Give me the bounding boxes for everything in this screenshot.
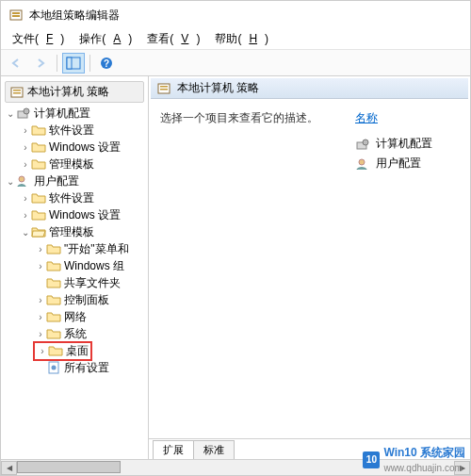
detail-pane: 本地计算机 策略 选择一个项目来查看它的描述。 名称 计算机配置 用户配置 扩展…: [149, 76, 470, 459]
svg-rect-8: [13, 90, 21, 91]
label: 所有设置: [64, 360, 109, 376]
detail-title: 本地计算机 策略: [177, 80, 259, 96]
folder-icon: [46, 327, 61, 340]
folder-open-icon: [31, 225, 46, 238]
label: 软件设置: [49, 190, 94, 206]
svg-rect-2: [12, 15, 20, 17]
svg-point-12: [19, 176, 24, 182]
titlebar: 本地组策略编辑器: [1, 1, 470, 29]
scroll-left-button[interactable]: ◀: [1, 461, 17, 475]
highlight-annotation: › 桌面: [33, 341, 92, 361]
tab-standard[interactable]: 标准: [193, 440, 235, 459]
back-button[interactable]: [5, 53, 27, 74]
tree-comp-admin[interactable]: › 管理模板: [1, 156, 148, 172]
tree-root[interactable]: 本地计算机 策略: [5, 81, 144, 103]
svg-rect-4: [67, 57, 72, 69]
expand-icon[interactable]: ›: [20, 142, 31, 153]
svg-rect-17: [160, 89, 168, 90]
folder-icon: [46, 276, 61, 289]
watermark: 10 Win10 系统家园 www.qdhuajin.com: [363, 445, 465, 474]
tree-user-software[interactable]: › 软件设置: [1, 189, 148, 206]
watermark-url: www.qdhuajin.com: [383, 463, 462, 473]
label: 软件设置: [49, 123, 94, 139]
menu-view[interactable]: 查看(V): [139, 29, 207, 49]
tree-pane[interactable]: 本地计算机 策略 ⌄ 计算机配置 › 软件设置 › Windows 设置 › 管…: [1, 76, 149, 459]
detail-body: 选择一个项目来查看它的描述。 名称 计算机配置 用户配置: [149, 101, 470, 438]
folder-icon: [31, 140, 46, 154]
label: Windows 设置: [49, 207, 121, 223]
folder-icon: [31, 123, 46, 137]
scroll-thumb[interactable]: [17, 461, 121, 473]
expand-icon[interactable]: ›: [35, 312, 46, 322]
expand-icon[interactable]: ›: [35, 244, 46, 254]
tree-computer-config[interactable]: ⌄ 计算机配置: [1, 105, 148, 122]
gear-icon: [16, 174, 31, 188]
folder-icon: [31, 208, 46, 222]
list-item-computer-config[interactable]: 计算机配置: [355, 134, 459, 154]
menu-file[interactable]: 文件(F): [5, 29, 72, 49]
label: 计算机配置: [34, 106, 90, 122]
label: 系统: [64, 326, 87, 342]
tree-system[interactable]: › 系统: [1, 325, 148, 342]
tree-shared-folders[interactable]: 共享文件夹: [1, 274, 148, 291]
expand-icon[interactable]: ⌄: [5, 176, 16, 187]
tree-comp-windows[interactable]: › Windows 设置: [1, 139, 148, 156]
toolbar-separator: [89, 55, 90, 72]
tree-start-menu[interactable]: › "开始"菜单和: [1, 240, 148, 257]
column-header-name[interactable]: 名称: [355, 110, 459, 126]
detail-description: 选择一个项目来查看它的描述。: [160, 110, 327, 429]
tree-user-windows[interactable]: › Windows 设置: [1, 206, 148, 223]
expand-icon[interactable]: ›: [35, 261, 46, 271]
svg-rect-9: [13, 92, 21, 94]
toolbar: ?: [1, 50, 470, 76]
policy-icon: [156, 82, 171, 95]
content-area: 本地计算机 策略 ⌄ 计算机配置 › 软件设置 › Windows 设置 › 管…: [1, 76, 470, 459]
help-button[interactable]: ?: [95, 53, 118, 74]
svg-text:?: ?: [104, 58, 109, 69]
svg-rect-1: [12, 12, 20, 14]
expand-icon[interactable]: ›: [35, 295, 46, 305]
detail-header: 本地计算机 策略: [151, 78, 468, 99]
tree-all-settings[interactable]: 所有设置: [1, 359, 148, 376]
showhide-tree-button[interactable]: [62, 53, 85, 74]
folder-icon: [46, 259, 61, 272]
tree-user-config[interactable]: ⌄ 用户配置: [1, 172, 148, 189]
tree-user-admin[interactable]: ⌄ 管理模板: [1, 223, 148, 240]
expand-icon[interactable]: ›: [20, 125, 31, 136]
expand-icon[interactable]: ⌄: [5, 108, 16, 119]
tree-desktop[interactable]: › 桌面: [1, 342, 148, 359]
toolbar-separator: [57, 55, 57, 72]
label: 计算机配置: [376, 136, 432, 152]
label: 管理模板: [49, 224, 94, 240]
svg-point-14: [52, 366, 57, 370]
expand-icon[interactable]: ⌄: [20, 227, 31, 238]
label: 用户配置: [376, 156, 421, 172]
expand-icon[interactable]: ›: [35, 329, 46, 339]
menu-action[interactable]: 操作(A): [72, 29, 139, 49]
svg-rect-16: [160, 86, 168, 88]
gear-icon: [355, 138, 370, 151]
label: "开始"菜单和: [64, 241, 129, 257]
page-icon: [46, 361, 61, 374]
tree-network[interactable]: › 网络: [1, 308, 148, 325]
label: Windows 设置: [49, 140, 121, 156]
tab-extended[interactable]: 扩展: [153, 440, 194, 459]
expand-icon[interactable]: ›: [20, 193, 31, 204]
list-item-user-config[interactable]: 用户配置: [355, 154, 459, 173]
policy-icon: [9, 86, 24, 99]
tree-comp-software[interactable]: › 软件设置: [1, 122, 148, 139]
menubar: 文件(F) 操作(A) 查看(V) 帮助(H): [1, 29, 470, 50]
menu-help[interactable]: 帮助(H): [207, 29, 276, 49]
svg-point-11: [24, 108, 29, 114]
forward-button[interactable]: [29, 53, 52, 74]
expand-icon[interactable]: ›: [37, 346, 48, 356]
label: 管理模板: [49, 156, 94, 172]
svg-point-20: [359, 159, 365, 165]
tree-win-components[interactable]: › Windows 组: [1, 257, 148, 274]
expand-icon[interactable]: ›: [20, 159, 31, 170]
expand-icon[interactable]: ›: [20, 210, 31, 221]
folder-icon: [46, 310, 61, 323]
tree-control-panel[interactable]: › 控制面板: [1, 291, 148, 308]
label: 用户配置: [34, 173, 79, 189]
window-title: 本地组策略编辑器: [29, 8, 120, 24]
